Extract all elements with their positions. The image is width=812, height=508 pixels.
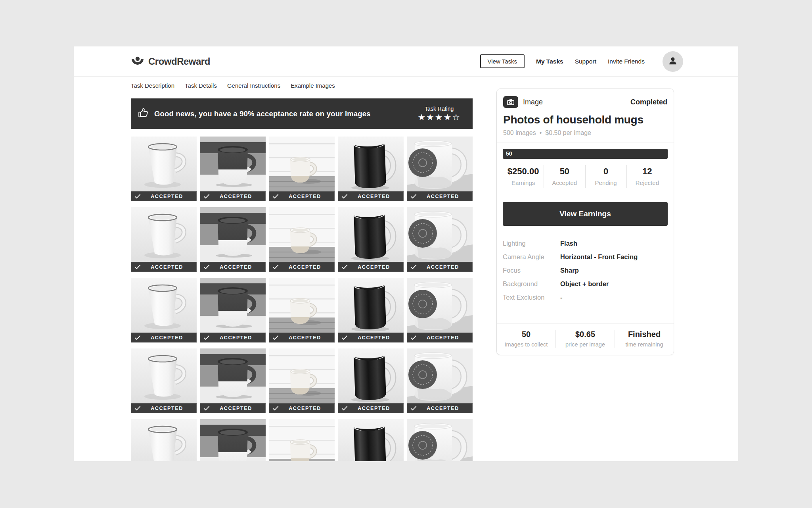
accepted-badge: ACCEPTED [200, 403, 266, 413]
enamel-mug-photo [131, 348, 197, 403]
stars-filled: ★★★★ [417, 112, 452, 122]
image-tile[interactable]: ACCEPTED [200, 419, 266, 461]
accepted-badge: ACCEPTED [131, 403, 197, 413]
image-tile[interactable]: ACCEPTED [338, 207, 404, 272]
price-per-image-label: price per image [556, 341, 615, 348]
background-label: Background [503, 280, 560, 288]
logo-mug-photo [407, 348, 473, 403]
black-glossy-mug-photo [338, 278, 404, 333]
check-icon [410, 335, 417, 340]
camera-angle-value: Horizontal - Front Facing [560, 253, 668, 261]
accepted-value: 50 [544, 166, 585, 177]
tab-example-images[interactable]: Example Images [291, 82, 335, 89]
task-type-label: Image [523, 98, 543, 106]
image-tile[interactable]: ACCEPTED [131, 207, 197, 272]
small-mug-on-shelf-photo [269, 419, 335, 461]
image-tile[interactable]: ACCEPTED [131, 278, 197, 343]
check-icon [134, 335, 141, 340]
view-earnings-button[interactable]: View Earnings [503, 202, 668, 226]
pending-value: 0 [586, 166, 626, 177]
nav-item-my-tasks[interactable]: My Tasks [536, 58, 563, 65]
task-subtitle: 500 images • $0.50 per image [503, 129, 667, 137]
black-glossy-mug-photo [338, 137, 404, 191]
task-rating: Task Rating ★★★★☆ [417, 106, 461, 122]
two-tone-mug-photo [200, 278, 266, 333]
accepted-badge: ACCEPTED [200, 191, 266, 201]
accepted-badge: ACCEPTED [407, 403, 473, 413]
app-canvas: CrowdReward View Tasks My Tasks Support … [0, 0, 812, 508]
check-icon [203, 264, 210, 269]
image-tile[interactable]: ACCEPTED [200, 207, 266, 272]
image-tile[interactable]: ACCEPTED [407, 348, 473, 413]
image-tile[interactable]: ACCEPTED [407, 419, 473, 461]
logo-mug-photo [407, 278, 473, 333]
image-tile[interactable]: ACCEPTED [338, 348, 404, 413]
brand-name: CrowdReward [148, 56, 210, 67]
image-tile[interactable]: ACCEPTED [407, 278, 473, 343]
nav-item-invite-friends[interactable]: Invite Friends [608, 58, 645, 65]
tab-task-details[interactable]: Task Details [185, 82, 217, 89]
image-tile[interactable]: ACCEPTED [269, 419, 335, 461]
view-tasks-button[interactable]: View Tasks [480, 54, 525, 68]
accepted-label: ACCEPTED [141, 264, 193, 270]
nav-item-support[interactable]: Support [575, 58, 596, 65]
page: CrowdReward View Tasks My Tasks Support … [74, 46, 738, 461]
camera-angle-label: Camera Angle [503, 253, 560, 261]
image-tile[interactable]: ACCEPTED [269, 278, 335, 343]
image-tile[interactable]: ACCEPTED [338, 419, 404, 461]
enamel-mug-photo [131, 278, 197, 333]
enamel-mug-photo [131, 137, 197, 191]
check-icon [203, 194, 210, 199]
camera-icon [503, 96, 518, 108]
accepted-label: ACCEPTED [417, 194, 469, 199]
check-icon [203, 406, 210, 411]
time-remaining-value: Finished [615, 330, 674, 339]
logo-mug-photo [407, 419, 473, 461]
accepted-label: ACCEPTED [141, 335, 193, 341]
small-mug-on-shelf-photo [269, 278, 335, 333]
task-image-count: 500 images [503, 129, 536, 137]
stats-row: $250.00 Earnings 50 Accepted 0 Pending 1… [503, 165, 668, 188]
image-grid: ACCEPTEDACCEPTEDACCEPTEDACCEPTEDACCEPTED… [131, 137, 473, 461]
image-tile[interactable]: ACCEPTED [200, 137, 266, 201]
check-icon [341, 194, 348, 199]
focus-label: Focus [503, 266, 560, 274]
accepted-badge: ACCEPTED [269, 403, 335, 413]
small-mug-on-shelf-photo [269, 137, 335, 191]
accepted-label: ACCEPTED [141, 194, 193, 199]
image-tile[interactable]: ACCEPTED [407, 207, 473, 272]
image-tile[interactable]: ACCEPTED [338, 278, 404, 343]
accepted-badge: ACCEPTED [269, 191, 335, 201]
accepted-badge: ACCEPTED [200, 333, 266, 343]
task-rating-label: Task Rating [417, 106, 461, 112]
image-tile[interactable]: ACCEPTED [338, 137, 404, 201]
image-tile[interactable]: ACCEPTED [200, 348, 266, 413]
black-glossy-mug-photo [338, 348, 404, 403]
task-card-footer: 50 Images to collect $0.65 price per ima… [497, 323, 674, 355]
image-tile[interactable]: ACCEPTED [200, 278, 266, 343]
check-icon [134, 264, 141, 269]
image-tile[interactable]: ACCEPTED [269, 348, 335, 413]
tab-task-description[interactable]: Task Description [131, 82, 174, 89]
accepted-label: ACCEPTED [210, 335, 262, 341]
brand-logo[interactable]: CrowdReward [131, 54, 210, 69]
image-tile[interactable]: ACCEPTED [131, 348, 197, 413]
check-icon [272, 335, 279, 340]
lighting-value: Flash [560, 239, 668, 247]
image-tile[interactable]: ACCEPTED [407, 137, 473, 201]
image-tile[interactable]: ACCEPTED [269, 207, 335, 272]
accepted-label: ACCEPTED [417, 264, 469, 270]
image-tile[interactable]: ACCEPTED [131, 419, 197, 461]
image-tile[interactable]: ACCEPTED [131, 137, 197, 201]
accepted-label: ACCEPTED [279, 335, 331, 341]
tab-general-instructions[interactable]: General Instructions [227, 82, 280, 89]
check-icon [203, 335, 210, 340]
accepted-badge: ACCEPTED [269, 262, 335, 272]
check-icon [272, 406, 279, 411]
progress-bar: 50 [503, 149, 668, 159]
accepted-badge: ACCEPTED [131, 191, 197, 201]
star-empty: ☆ [452, 112, 461, 122]
accepted-badge: ACCEPTED [338, 262, 404, 272]
user-avatar[interactable] [663, 51, 683, 72]
image-tile[interactable]: ACCEPTED [269, 137, 335, 201]
